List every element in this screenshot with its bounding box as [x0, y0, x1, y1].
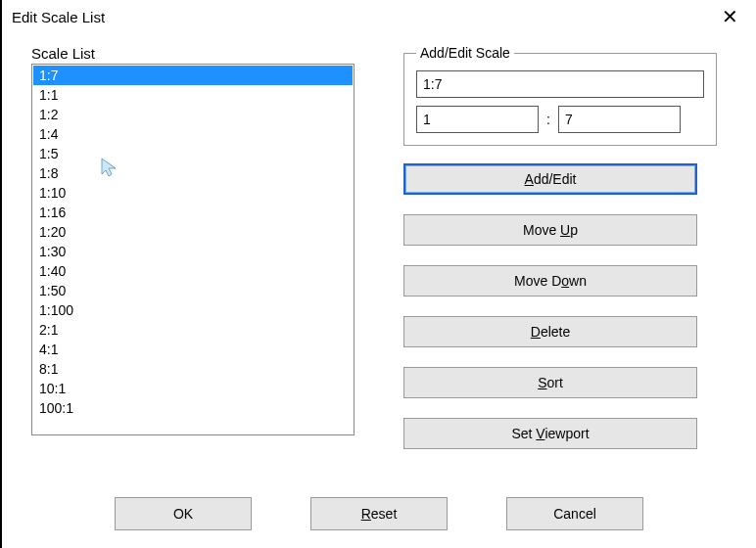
list-item[interactable]: 1:10	[33, 183, 353, 203]
scale-list-label: Scale List	[31, 45, 364, 62]
list-item[interactable]: 1:50	[33, 281, 353, 300]
add-edit-button[interactable]: Add/Edit	[403, 163, 697, 195]
dialog-bottom-buttons: OK Reset Cancel	[2, 497, 756, 530]
move-down-button[interactable]: Move Down	[403, 265, 697, 297]
list-item[interactable]: 1:8	[33, 163, 353, 183]
list-item[interactable]: 10:1	[33, 379, 353, 398]
list-item[interactable]: 1:7	[33, 66, 353, 85]
ratio-separator: :	[544, 112, 552, 127]
list-item[interactable]: 1:20	[33, 222, 353, 242]
list-item[interactable]: 1:100	[33, 300, 353, 320]
scale-right-field[interactable]	[558, 106, 681, 133]
window-title: Edit Scale List	[12, 9, 105, 25]
close-icon[interactable]: ✕	[714, 3, 746, 30]
ok-button[interactable]: OK	[115, 497, 252, 530]
add-edit-legend: Add/Edit Scale	[416, 45, 514, 61]
sort-button[interactable]: Sort	[403, 367, 697, 398]
add-edit-group: Add/Edit Scale :	[403, 45, 717, 146]
list-item[interactable]: 1:40	[33, 261, 353, 281]
list-item[interactable]: 1:1	[33, 85, 353, 105]
list-item[interactable]: 1:2	[33, 105, 353, 124]
list-item[interactable]: 1:4	[33, 124, 353, 144]
dialog-content: Scale List 1:71:11:21:41:51:81:101:161:2…	[2, 33, 756, 469]
list-item[interactable]: 4:1	[33, 340, 353, 359]
move-up-button[interactable]: Move Up	[403, 214, 697, 246]
list-item[interactable]: 2:1	[33, 320, 353, 340]
titlebar: Edit Scale List ✕	[2, 0, 756, 33]
set-viewport-button[interactable]: Set Viewport	[403, 418, 697, 449]
cancel-button[interactable]: Cancel	[506, 497, 643, 530]
scale-listbox[interactable]: 1:71:11:21:41:51:81:101:161:201:301:401:…	[31, 64, 354, 435]
delete-button[interactable]: Delete	[403, 316, 697, 347]
scale-name-field[interactable]	[416, 70, 704, 98]
list-item[interactable]: 1:16	[33, 203, 353, 222]
scale-left-field[interactable]	[416, 106, 539, 133]
reset-button[interactable]: Reset	[310, 497, 448, 530]
list-item[interactable]: 1:30	[33, 242, 353, 261]
list-item[interactable]: 8:1	[33, 359, 353, 379]
list-item[interactable]: 100:1	[33, 398, 353, 418]
list-item[interactable]: 1:5	[33, 144, 353, 163]
dialog-edit-scale-list: Edit Scale List ✕ Scale List 1:71:11:21:…	[0, 0, 756, 548]
